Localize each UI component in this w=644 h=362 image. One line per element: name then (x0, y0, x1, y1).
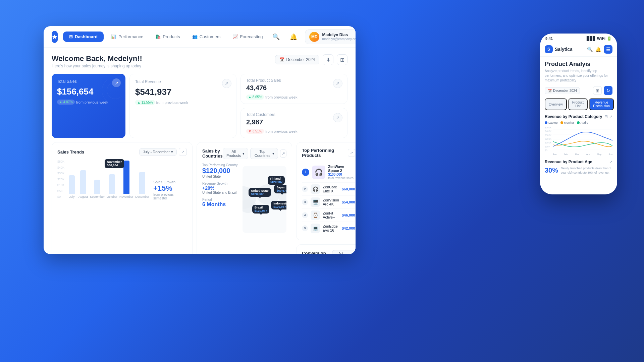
product-info: ZenWave Space 2 $100,000 total revenue s… (328, 165, 355, 180)
product-price: $60,000 (342, 187, 355, 191)
phone-bell-icon[interactable]: 🔔 (595, 47, 601, 52)
phone-date-badge: 📅 December 2024 (545, 87, 580, 94)
map-pin-finland: Finland$120,987 (268, 176, 285, 185)
phone-search-icon[interactable]: 🔍 (587, 47, 593, 52)
total-sales-card: Total Sales $156,654 ▲ 4.87% from previo… (52, 74, 125, 138)
phone-grid-icon[interactable]: ⊞ (593, 86, 602, 95)
expand-button[interactable]: ↗ (280, 149, 286, 158)
dashboard-icon: ⊞ (69, 34, 73, 39)
countries-header: Sales by Countries All Products ▾ Top Co… (202, 148, 286, 159)
map-pin-japan: Japan$60,679 (274, 185, 286, 193)
navbar: ⊞ Dashboard 📊 Performance 🛍️ Products 👥 … (44, 26, 356, 48)
product-name: ZenCore Elite X (323, 185, 339, 193)
product-row-3: 3 🖥️ ZenVision Arc 4K $54,000 (302, 196, 355, 209)
customers-change: ▼ 3.51% from previous week (246, 129, 342, 134)
nav-dashboard[interactable]: ⊞ Dashboard (63, 32, 104, 42)
top-countries-filter[interactable]: Top Countries ▾ (250, 148, 278, 159)
trends-content: $50K $40K $30K $20K $10K $5K $0 November… (57, 160, 187, 207)
bar-chart: $50K $40K $30K $20K $10K $5K $0 November… (57, 160, 149, 207)
phone-age-section: Revenue by Product Age ↗ (545, 160, 612, 164)
product-name: ZenEdge Evo 16 (323, 224, 339, 232)
performance-icon: 📊 (111, 34, 116, 39)
customers-icon: 👥 (192, 34, 198, 39)
top-products-card: Top Performing Products ↗ 1 🎧 ZenWave Sp… (296, 142, 356, 240)
products-header: Top Performing Products ↗ (302, 148, 355, 158)
notifications-button[interactable]: 🔔 (287, 31, 300, 43)
product-image: ⌚ (311, 210, 320, 220)
signal-icon: ▋▋▋ (587, 36, 596, 41)
phone-tab-revenue-dist[interactable]: Revenue Distribution (589, 98, 614, 110)
phone-mockup: 9:41 ▋▋▋ WiFi 🔋 S Salytics 🔍 🔔 ☰ Product… (540, 34, 617, 221)
welcome-section: Welcome Back, Medelyn!! Here's how your … (52, 54, 347, 68)
product-price: $54,000 (342, 200, 355, 204)
products-icon: 🛍️ (155, 34, 161, 39)
phone-menu-icon[interactable]: ☰ (604, 45, 612, 54)
expand-button[interactable]: ↗ (348, 149, 355, 157)
product-price: $42,000 (342, 226, 355, 230)
product-sales-change: ▲ 8.65% from previous week (246, 95, 342, 100)
add-widget-button[interactable]: ⊞ (337, 54, 347, 65)
search-button[interactable]: 🔍 (270, 31, 282, 43)
product-name: ZenVision Arc 4K (323, 198, 339, 206)
date-badge: 📅 December 2024 (275, 55, 319, 64)
phone-logo-icon: S (545, 45, 553, 53)
total-revenue-card: Total Revenue ↗ $541,937 ▲ 12.55% from p… (129, 74, 236, 138)
rank-badge: 5 (302, 225, 308, 231)
phone-category-section: Revenue by Product Category ⊟ ↗ (545, 114, 612, 119)
phone-filter-icon[interactable]: ⊟ (604, 114, 608, 119)
phone-tab-overview[interactable]: Overview (545, 98, 567, 110)
app-logo (52, 31, 58, 43)
conversion-header: Conversion Rate Jul - Dec ▾ (302, 250, 355, 254)
total-revenue-change: ▲ 12.55% from previous week (135, 100, 231, 105)
phone-date-icons: ⊞ ↻ (593, 86, 612, 95)
map-pin-indonesia: Indonesia$120,987 (271, 201, 286, 209)
phone-age-expand-icon[interactable]: ↗ (609, 160, 612, 164)
welcome-text: Welcome Back, Medelyn!! Here's how your … (52, 54, 142, 68)
user-menu[interactable]: MD Madelyn Dias madelyn@company.com ▾ (305, 29, 356, 44)
country-stats: Top Performing Country $120,000 United S… (202, 163, 239, 233)
product-image: 🎧 (312, 166, 325, 179)
welcome-subtitle: Here's how your sales journey is shaping… (52, 64, 142, 68)
product-row-4: 4 ⌚ ZenFit Active+ $46,000 (302, 209, 355, 222)
top-cards: Total Sales $156,654 ▲ 4.87% from previo… (52, 74, 347, 138)
battery-icon: 🔋 (607, 36, 612, 41)
product-image: 💻 (311, 224, 320, 233)
legend-laptop: Laptop (545, 121, 558, 124)
map-pin-brazil: Brazil$120,987 (252, 205, 270, 214)
calendar-icon: 📅 (279, 57, 284, 62)
conversion-period-dropdown[interactable]: Jul - Dec ▾ (332, 250, 355, 254)
main-content: Welcome Back, Medelyn!! Here's how your … (44, 48, 356, 254)
bottom-cards: Sales Trends July - December ▾ ↗ $50K (52, 142, 347, 254)
avatar: MD (309, 32, 319, 42)
product-row-5: 5 💻 ZenEdge Evo 16 $42,000 (302, 222, 355, 235)
rank-badge: 2 (302, 186, 308, 192)
conversion-rate-card: Conversion Rate Jul - Dec ▾ 76% of visit… (296, 244, 356, 254)
download-button[interactable]: ⬇ (323, 54, 333, 65)
legend-monitor: Monitor (560, 121, 574, 124)
phone-expand-icon[interactable]: ↗ (609, 114, 612, 119)
arrow-icon: ↗ (333, 79, 342, 88)
nav-products[interactable]: 🛍️ Products (151, 32, 184, 42)
date-controls: 📅 December 2024 ⬇ ⊞ (275, 54, 347, 65)
phone-tab-product-list[interactable]: Product List (568, 98, 588, 110)
phone-content: Product Analyis Analyze product trends, … (540, 57, 617, 179)
nav-performance[interactable]: 📊 Performance (106, 32, 148, 42)
bar-chart-bars: July August September (57, 160, 149, 198)
dashboard-panel: ⊞ Dashboard 📊 Performance 🛍️ Products 👥 … (44, 26, 356, 254)
phone-refresh-icon[interactable]: ↻ (604, 86, 612, 95)
sales-trends-header: Sales Trends July - December ▾ ↗ (57, 148, 187, 156)
product-row-2: 2 🎧 ZenCore Elite X $60,000 (302, 183, 355, 196)
phone-date-row: 📅 December 2024 ⊞ ↻ (545, 86, 612, 95)
nav-forecasting[interactable]: 📈 Forecasting (228, 32, 268, 42)
product-name: ZenFit Active+ (323, 211, 339, 219)
phone-nav-icons: 🔍 🔔 ☰ (587, 45, 612, 54)
sales-trends-card: Sales Trends July - December ▾ ↗ $50K (52, 142, 193, 254)
nav-customers[interactable]: 👥 Customers (187, 32, 225, 42)
user-info: Madelyn Dias madelyn@company.com (322, 33, 356, 41)
chevron-icon: ▾ (171, 150, 173, 154)
bar-tooltip: November$30,654 (105, 159, 124, 168)
expand-button[interactable]: ↗ (179, 148, 187, 156)
all-products-filter[interactable]: All Products ▾ (223, 148, 248, 159)
period-dropdown[interactable]: July - December ▾ (139, 148, 177, 156)
arrow-icon: ↗ (222, 79, 231, 88)
